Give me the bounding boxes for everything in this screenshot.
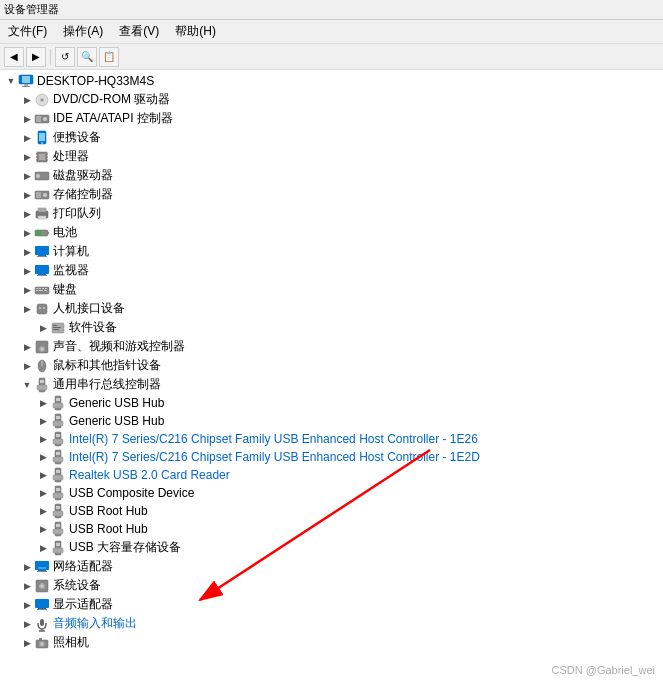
tree-item[interactable]: ▶ 监视器: [0, 261, 663, 280]
svg-rect-50: [53, 325, 57, 326]
tree-expander[interactable]: ▼: [4, 74, 18, 88]
svg-rect-62: [53, 403, 63, 408]
tree-expander[interactable]: ▶: [20, 226, 34, 240]
tree-item[interactable]: ▶ 照相机: [0, 633, 663, 652]
tree-item[interactable]: ▶ USB Root Hub: [0, 520, 663, 538]
tree-item[interactable]: ▼ 通用串行总线控制器: [0, 375, 663, 394]
tree-item[interactable]: ▶ Generic USB Hub: [0, 412, 663, 430]
tree-item[interactable]: ▶ 键盘: [0, 280, 663, 299]
tree-item[interactable]: ▶ Intel(R) 7 Series/C216 Chipset Family …: [0, 430, 663, 448]
svg-rect-63: [56, 398, 60, 401]
tree-expander[interactable]: ▼: [20, 378, 34, 392]
tree-expander[interactable]: ▶: [36, 504, 50, 518]
tree-item[interactable]: ▶ 磁盘驱动器: [0, 166, 663, 185]
mouse-icon: [34, 358, 50, 374]
svg-rect-46: [37, 304, 47, 314]
tree-item-label: 监视器: [53, 262, 89, 279]
tree-item-label: USB Root Hub: [69, 504, 148, 518]
menu-action[interactable]: 操作(A): [59, 22, 107, 41]
tree-item[interactable]: ▶ 网络适配器: [0, 557, 663, 576]
tree-item[interactable]: ▶ 人机接口设备: [0, 299, 663, 318]
menu-view[interactable]: 查看(V): [115, 22, 163, 41]
tree-expander[interactable]: ▶: [36, 522, 50, 536]
tree-item[interactable]: ▶ USB Root Hub: [0, 502, 663, 520]
tree-expander[interactable]: ▶: [36, 396, 50, 410]
tree-item[interactable]: ▼ DESKTOP-HQ33M4S: [0, 72, 663, 90]
tree-item-label: Intel(R) 7 Series/C216 Chipset Family US…: [69, 432, 478, 446]
tree-item[interactable]: ▶ USB 大容量存储设备: [0, 538, 663, 557]
tree-item-label: 人机接口设备: [53, 300, 125, 317]
tree-expander[interactable]: ▶: [20, 150, 34, 164]
tree-item[interactable]: ▶ Realtek USB 2.0 Card Reader: [0, 466, 663, 484]
tree-expander[interactable]: ▶: [20, 207, 34, 221]
menu-help[interactable]: 帮助(H): [171, 22, 220, 41]
svg-rect-59: [37, 385, 47, 390]
camera-icon: [34, 635, 50, 651]
tree-expander[interactable]: ▶: [20, 188, 34, 202]
tree-expander[interactable]: ▶: [36, 486, 50, 500]
toolbar-search[interactable]: 🔍: [77, 47, 97, 67]
tree-item[interactable]: ▶ 音频输入和输出: [0, 614, 663, 633]
tree-expander[interactable]: ▶: [20, 340, 34, 354]
tree-expander[interactable]: ▶: [20, 169, 34, 183]
svg-rect-28: [38, 216, 46, 219]
usb-device-icon: [50, 540, 66, 556]
tree-expander[interactable]: ▶: [20, 302, 34, 316]
svg-rect-40: [39, 288, 41, 289]
tree-expander[interactable]: ▶: [20, 579, 34, 593]
tree-expander[interactable]: ▶: [36, 468, 50, 482]
tree-item-label: 照相机: [53, 634, 89, 651]
tree-expander[interactable]: ▶: [20, 131, 34, 145]
tree-expander[interactable]: ▶: [20, 560, 34, 574]
tree-expander[interactable]: ▶: [20, 264, 34, 278]
tree-item[interactable]: ▶ DVD/CD-ROM 驱动器: [0, 90, 663, 109]
toolbar-forward[interactable]: ▶: [26, 47, 46, 67]
svg-rect-68: [53, 439, 63, 444]
toolbar-back[interactable]: ◀: [4, 47, 24, 67]
computer-icon: [18, 73, 34, 89]
svg-rect-2: [24, 84, 28, 86]
tree-item[interactable]: ▶ 鼠标和其他指针设备: [0, 356, 663, 375]
tree-expander[interactable]: ▶: [36, 541, 50, 555]
tree-expander[interactable]: ▶: [20, 598, 34, 612]
toolbar-refresh[interactable]: ↺: [55, 47, 75, 67]
tree-expander[interactable]: ▶: [20, 636, 34, 650]
tree-item[interactable]: ▶ IDE ATA/ATAPI 控制器: [0, 109, 663, 128]
tree-item[interactable]: ▶ 计算机: [0, 242, 663, 261]
tree-item[interactable]: ▶ USB Composite Device: [0, 484, 663, 502]
tree-item[interactable]: ▶ 便携设备: [0, 128, 663, 147]
tree-item-label: Realtek USB 2.0 Card Reader: [69, 468, 230, 482]
tree-item[interactable]: ▶ Generic USB Hub: [0, 394, 663, 412]
svg-point-94: [41, 584, 44, 587]
tree-expander[interactable]: ▶: [36, 414, 50, 428]
tree-expander[interactable]: ▶: [36, 432, 50, 446]
tree-expander[interactable]: ▶: [20, 112, 34, 126]
tree-item[interactable]: ▶ 声音、视频和游戏控制器: [0, 337, 663, 356]
tree-item-label: 电池: [53, 224, 77, 241]
tree-item[interactable]: ▶ 软件设备: [0, 318, 663, 337]
tree-item[interactable]: ▶ 处理器: [0, 147, 663, 166]
tree-item[interactable]: ▶ Intel(R) 7 Series/C216 Chipset Family …: [0, 448, 663, 466]
toolbar-properties[interactable]: 📋: [99, 47, 119, 67]
menu-file[interactable]: 文件(F): [4, 22, 51, 41]
tree-item[interactable]: ▶ 存储控制器: [0, 185, 663, 204]
svg-rect-83: [53, 529, 63, 534]
tree-expander[interactable]: ▶: [36, 321, 50, 335]
svg-rect-95: [35, 599, 49, 608]
svg-rect-88: [35, 561, 49, 570]
tree-expander[interactable]: ▶: [20, 283, 34, 297]
tree-item-label: USB 大容量存储设备: [69, 539, 181, 556]
tree-expander[interactable]: ▶: [20, 359, 34, 373]
hid-icon: [34, 301, 50, 317]
tree-item[interactable]: ▶ 电池: [0, 223, 663, 242]
tree-expander[interactable]: ▶: [20, 617, 34, 631]
tree-item-label: DESKTOP-HQ33M4S: [37, 74, 154, 88]
tree-item[interactable]: ▶ 显示适配器: [0, 595, 663, 614]
tree-item[interactable]: ▶ 打印队列: [0, 204, 663, 223]
tree-item[interactable]: ▶ 系统设备: [0, 576, 663, 595]
menu-bar: 文件(F) 操作(A) 查看(V) 帮助(H): [0, 20, 663, 44]
tree-expander[interactable]: ▶: [20, 93, 34, 107]
tree-item-label: 软件设备: [69, 319, 117, 336]
tree-expander[interactable]: ▶: [36, 450, 50, 464]
tree-expander[interactable]: ▶: [20, 245, 34, 259]
